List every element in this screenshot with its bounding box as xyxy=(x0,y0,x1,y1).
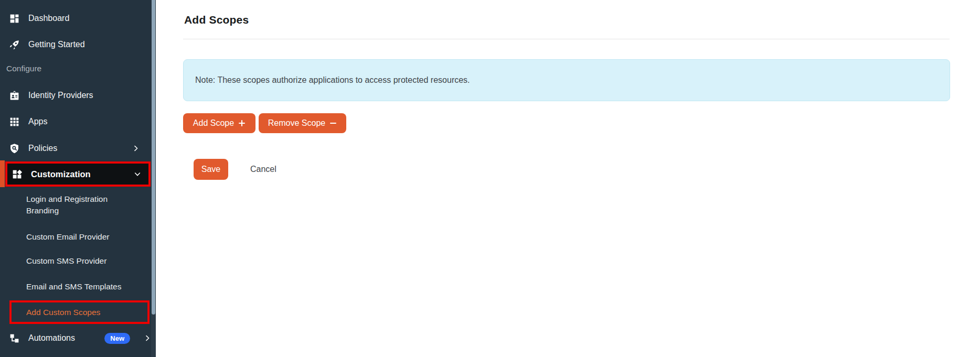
plus-icon xyxy=(238,120,246,127)
shield-search-icon xyxy=(9,143,20,154)
customization-icon xyxy=(12,169,23,180)
save-button[interactable]: Save xyxy=(194,159,228,180)
save-label: Save xyxy=(201,165,220,174)
title-divider xyxy=(183,39,950,39)
sidebar-item-getting-started[interactable]: Getting Started xyxy=(0,36,151,53)
automations-icon xyxy=(9,333,20,344)
sidebar-item-label: Dashboard xyxy=(28,14,69,23)
sidebar-scrollbar-thumb[interactable] xyxy=(152,0,155,315)
apps-grid-icon xyxy=(9,116,20,127)
chevron-right-icon xyxy=(132,145,140,152)
sidebar-subitem-label: Add Custom Scopes xyxy=(26,307,100,318)
chevron-down-icon xyxy=(134,170,141,178)
sidebar-item-dashboard[interactable]: Dashboard xyxy=(0,9,151,27)
page-title: Add Scopes xyxy=(184,14,249,26)
sidebar-item-label: Policies xyxy=(28,144,57,153)
sidebar-item-label: Automations xyxy=(28,333,75,343)
add-scope-button[interactable]: Add Scope xyxy=(183,113,255,133)
sidebar-item-label: Apps xyxy=(28,117,47,126)
cancel-button[interactable]: Cancel xyxy=(250,164,276,175)
sidebar-item-label: Getting Started xyxy=(28,40,85,49)
active-indicator-bar xyxy=(0,160,5,187)
remove-scope-button[interactable]: Remove Scope xyxy=(259,113,346,133)
note-banner: Note: These scopes authorize application… xyxy=(183,59,950,101)
sidebar-subitem-login-branding[interactable]: Login and Registration Branding xyxy=(26,193,131,217)
sidebar-item-policies[interactable]: Policies xyxy=(0,139,151,157)
dashboard-icon xyxy=(9,13,20,24)
sidebar-item-apps[interactable]: Apps xyxy=(0,113,151,131)
sidebar: Dashboard Getting Started Configure Iden… xyxy=(0,0,156,357)
sidebar-item-automations[interactable]: Automations New xyxy=(0,329,151,347)
minus-icon xyxy=(329,120,337,127)
id-badge-icon xyxy=(9,90,20,101)
new-badge: New xyxy=(104,333,130,344)
sidebar-section-configure: Configure xyxy=(6,64,41,73)
chevron-right-icon xyxy=(144,334,151,342)
sidebar-subitem-email-sms-templates[interactable]: Email and SMS Templates xyxy=(26,281,122,293)
add-scope-label: Add Scope xyxy=(193,118,234,128)
rocket-icon xyxy=(9,39,20,50)
sidebar-item-identity-providers[interactable]: Identity Providers xyxy=(0,86,151,104)
note-text: Note: These scopes authorize application… xyxy=(195,75,470,85)
sidebar-subitem-custom-sms-provider[interactable]: Custom SMS Provider xyxy=(26,255,106,267)
remove-scope-label: Remove Scope xyxy=(268,118,325,128)
sidebar-subitem-add-custom-scopes[interactable]: Add Custom Scopes xyxy=(9,300,150,324)
sidebar-subitem-custom-email-provider[interactable]: Custom Email Provider xyxy=(26,231,110,243)
app-window: Dashboard Getting Started Configure Iden… xyxy=(0,0,980,357)
sidebar-item-label: Identity Providers xyxy=(28,91,93,100)
sidebar-item-label: Customization xyxy=(31,169,91,179)
sidebar-item-customization[interactable]: Customization xyxy=(5,161,151,187)
